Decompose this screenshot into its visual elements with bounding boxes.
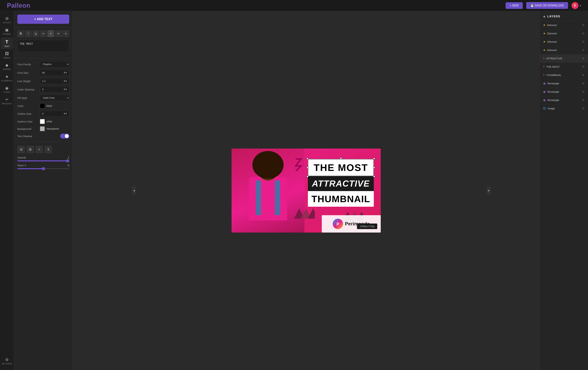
text-shadow-toggle[interactable]	[60, 134, 69, 139]
layer-gear-rect-2[interactable]: ⚙	[582, 90, 585, 93]
layer-name-rectangle-1: Rectangle	[547, 82, 559, 85]
fill-style-select[interactable]: Solid Color	[40, 95, 69, 101]
bold-button[interactable]: B	[17, 30, 24, 37]
font-size-input[interactable]: 60 ⬆⬇	[40, 70, 69, 76]
underline-button[interactable]: U	[32, 30, 39, 37]
handle-bl[interactable]	[306, 175, 309, 177]
opacity-slider-thumb[interactable]	[66, 159, 69, 163]
sidebar-item-text[interactable]: T TEXT	[1, 37, 13, 49]
canvas-dimensions: 1280px×720p	[360, 225, 375, 228]
layer-gear-2[interactable]: ⚙	[582, 32, 585, 35]
layer-item-rectangle-3[interactable]: ▣ Rectangle ⚙	[540, 96, 588, 104]
layer-item-image[interactable]: 🖼 Image ⚙	[540, 104, 588, 113]
sidebar-item-adjust[interactable]: ⊞ ADJUST	[1, 15, 13, 25]
layer-gear-rect-1[interactable]: ⚙	[582, 82, 585, 85]
avatar-dropdown-icon[interactable]: ▾	[580, 4, 581, 7]
app-logo: Palleon	[7, 2, 30, 9]
thumbnail-box: THUMBNAIL	[308, 191, 374, 207]
sidebar-item-frames[interactable]: ▣ FRAMES	[1, 26, 13, 37]
line-height-input[interactable]: 1.2 ⬆⬇	[40, 78, 69, 84]
handle-tl[interactable]	[306, 158, 309, 160]
layer-gear-thumbnail[interactable]: ⚙	[582, 73, 585, 77]
handle-tr[interactable]	[373, 158, 375, 160]
frames-icon: ▣	[5, 28, 9, 32]
skew-x-value: 0	[47, 164, 69, 167]
layer-gear-4[interactable]: ⚙	[582, 48, 585, 52]
line-height-arrows: ⬆⬇	[63, 80, 67, 82]
svg-marker-2	[308, 208, 315, 219]
text-input[interactable]: THE MOST	[17, 40, 69, 52]
outline-size-row: Outline Size 0 ⬆⬇	[17, 111, 69, 117]
transform-btn-3[interactable]: +	[35, 146, 43, 153]
divider-2	[14, 58, 73, 58]
sidebar-item-icons[interactable]: ◉ ICONS	[1, 84, 13, 95]
outline-color-swatch[interactable]	[40, 119, 45, 124]
layer-gear-rect-3[interactable]: ⚙	[582, 98, 585, 102]
left-panel-toggle[interactable]: ◀	[132, 186, 136, 195]
person-body	[249, 177, 287, 220]
letter-spacing-arrows: ⬆⬇	[63, 88, 67, 91]
layer-item-element-1[interactable]: ★ Element ⚙	[540, 21, 588, 29]
align-center-button[interactable]: ≡	[47, 30, 54, 37]
letter-spacing-label: Letter Spacing	[17, 88, 40, 91]
background-swatch[interactable]	[40, 126, 45, 131]
section-divider	[14, 142, 73, 142]
layer-item-the-most[interactable]: T THE MOST ⚙	[540, 63, 588, 71]
text-shadow-row: Text Shadow	[17, 134, 69, 139]
layer-gear-the-most[interactable]: ⚙	[582, 65, 585, 68]
color-row: Color black	[17, 103, 69, 108]
layer-name-attractive: ATTRACTIVE	[546, 57, 562, 60]
align-left-button[interactable]: ≡	[40, 30, 47, 37]
handle-top[interactable]	[340, 157, 342, 159]
layer-gear-3[interactable]: ⚙	[582, 40, 585, 44]
layer-item-rectangle-1[interactable]: ▣ Rectangle ⚙	[540, 79, 588, 88]
align-right-button[interactable]: ≡	[55, 30, 62, 37]
color-swatch[interactable]	[40, 103, 45, 108]
layer-name-element-2: Element	[547, 32, 557, 35]
handle-left[interactable]	[306, 167, 309, 169]
layer-item-thumbnail[interactable]: T THUMBNAIL ⚙	[540, 71, 588, 79]
background-row: Background transparent	[17, 126, 69, 131]
sidebar-item-settings[interactable]: ⚙ SETTINGS	[1, 356, 13, 367]
transform-btn-1[interactable]: ⊟	[17, 146, 25, 153]
text-elements-group[interactable]: THE MOST ATTRACTIVE	[308, 159, 374, 207]
layers-title: LAYERS	[547, 15, 560, 18]
svg-text:P: P	[336, 222, 339, 227]
layer-gear-attractive[interactable]: ⚙	[582, 57, 585, 60]
layer-item-element-2[interactable]: ★ Element ⚙	[540, 29, 588, 38]
layer-item-element-3[interactable]: ★ Element ⚙	[540, 38, 588, 46]
align-justify-button[interactable]: ≡	[63, 30, 69, 37]
line-height-row: Line Height 1.2 ⬆⬇	[17, 78, 69, 84]
sidebar-item-brushes[interactable]: ✏ BRUSHES	[1, 96, 13, 106]
shapes-icon: ◆	[5, 63, 8, 67]
handle-right[interactable]	[373, 167, 375, 169]
layer-item-element-4[interactable]: ★ Element ⚙	[540, 46, 588, 54]
layer-gear-image[interactable]: ⚙	[582, 107, 585, 110]
avatar: E	[572, 2, 578, 9]
font-family-select[interactable]: Poppins	[40, 61, 69, 67]
canvas[interactable]: THE MOST ATTRACTIVE	[231, 149, 381, 233]
sidebar-item-shapes[interactable]: ◆ SHAPES	[1, 61, 13, 72]
transform-btn-2[interactable]: ⊞	[26, 146, 34, 153]
layer-icon-shape-1: ▣	[543, 82, 546, 85]
skew-x-slider-thumb[interactable]	[42, 167, 45, 170]
sidebar-item-elements[interactable]: ★ ELEMENTS	[1, 73, 13, 84]
canvas-area: ◀ ▶	[73, 11, 539, 370]
opacity-slider-track	[17, 160, 69, 161]
layer-item-attractive[interactable]: T ATTRACTIVE ⚙	[540, 54, 588, 63]
sidebar-item-image[interactable]: 🖼 IMAGE	[1, 50, 13, 61]
letter-spacing-input[interactable]: 0 ⬆⬇	[40, 87, 69, 92]
save-download-button[interactable]: 💾 SAVE OR DOWNLOAD	[526, 2, 568, 9]
right-panel-toggle[interactable]: ▶	[487, 186, 491, 195]
layer-item-rectangle-2[interactable]: ▣ Rectangle ⚙	[540, 88, 588, 96]
add-text-button[interactable]: + ADD TEXT	[17, 15, 69, 24]
transform-btn-4[interactable]: ⥮	[44, 146, 52, 153]
watermark-logo: P	[333, 219, 343, 229]
layer-name-element-4: Element	[547, 49, 557, 52]
new-button[interactable]: + NEW	[506, 2, 523, 9]
italic-button[interactable]: I	[25, 30, 32, 37]
handle-br[interactable]	[373, 175, 375, 177]
outline-size-input[interactable]: 0 ⬆⬇	[40, 111, 69, 117]
layer-gear-1[interactable]: ⚙	[582, 23, 585, 27]
letter-spacing-row: Letter Spacing 0 ⬆⬇	[17, 87, 69, 92]
